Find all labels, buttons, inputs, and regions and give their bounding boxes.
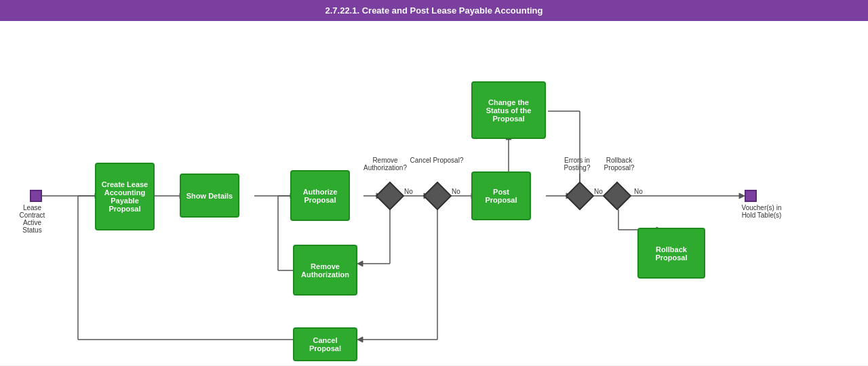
title-bar: 2.7.22.1. Create and Post Lease Payable … [0, 0, 868, 21]
box-remove-auth[interactable]: Remove Authorization [293, 245, 357, 296]
box-authorize[interactable]: Authorize Proposal [290, 170, 350, 221]
box-post[interactable]: Post Proposal [471, 171, 531, 220]
no1-label: No [404, 188, 413, 195]
diamond1-label: Remove Authorization? [358, 157, 412, 171]
svg-marker-20 [357, 261, 363, 266]
box-rollback[interactable]: Rollback Proposal [637, 228, 705, 279]
svg-marker-26 [357, 337, 363, 342]
end-node [745, 190, 757, 202]
start-node [30, 190, 42, 202]
no3-label: No [594, 188, 603, 195]
box-change-status[interactable]: Change the Status of the Proposal [471, 81, 546, 139]
start-label: Lease Contract Active Status [14, 204, 51, 234]
box-create-lease[interactable]: Create Lease Accounting Payable Proposal [95, 163, 155, 230]
diamond2-label: Cancel Proposal? [410, 157, 464, 164]
diamond4-label: Rollback Proposal? [592, 157, 646, 171]
diamond-rollback [603, 182, 631, 210]
diamond-errors [566, 182, 594, 210]
svg-marker-17 [739, 193, 745, 199]
diamond-remove-auth [376, 182, 404, 210]
title-text: 2.7.22.1. Create and Post Lease Payable … [325, 5, 542, 16]
no2-label: No [452, 188, 460, 195]
end-label: Voucher(s) in Hold Table(s) [734, 204, 789, 219]
no4-label: No [634, 188, 643, 195]
diamond-cancel [423, 182, 452, 210]
box-show-details[interactable]: Show Details [180, 174, 239, 218]
box-cancel[interactable]: Cancel Proposal [293, 327, 357, 361]
diagram-area: Lease Contract Active Status Create Leas… [0, 21, 868, 365]
